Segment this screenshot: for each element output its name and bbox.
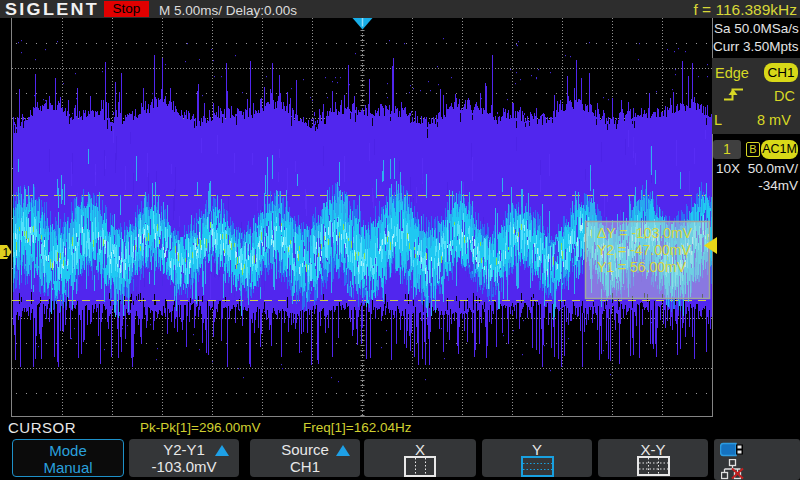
svg-text:Y1 = 56.00mV: Y1 = 56.00mV bbox=[597, 259, 687, 275]
svg-text:ΔY = -103.0mV: ΔY = -103.0mV bbox=[597, 225, 693, 241]
svg-text:Y2 = -47.00mV: Y2 = -47.00mV bbox=[597, 242, 691, 258]
svg-text:1: 1 bbox=[3, 246, 10, 260]
